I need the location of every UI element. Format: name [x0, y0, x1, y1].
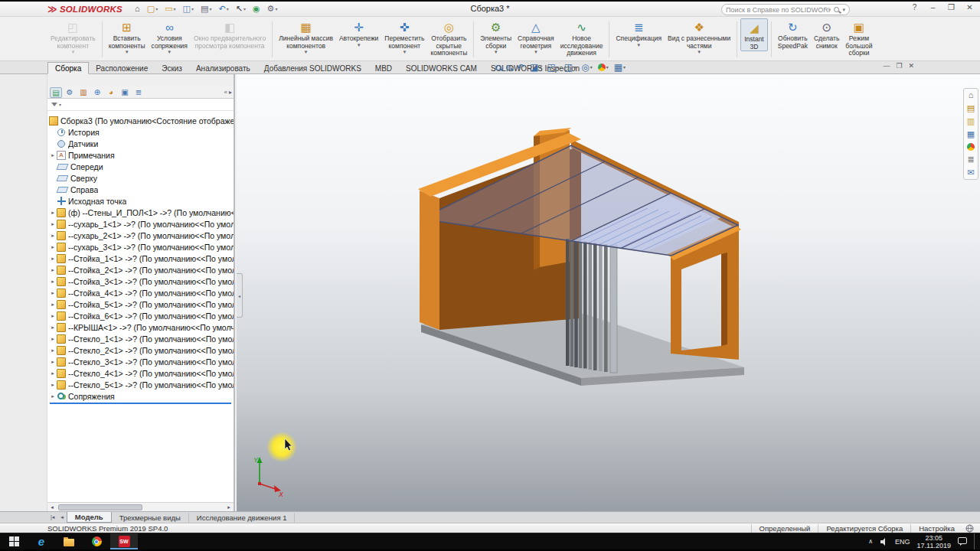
close-button[interactable]: ✕	[964, 3, 975, 11]
design-library-icon[interactable]: ▤	[967, 104, 975, 112]
options-button[interactable]: ⚙▾	[266, 4, 279, 14]
tab-scroll-left-icon[interactable]: ◂	[57, 514, 67, 520]
featuremanager-tab[interactable]: ▤	[50, 87, 62, 98]
view-orientation-button[interactable]: ◰▾	[545, 63, 560, 72]
panel-collapse-tab[interactable]	[237, 273, 243, 318]
tree-item[interactable]: ▸Сопряжения	[47, 390, 234, 402]
home-button[interactable]: ⌂	[133, 4, 142, 14]
expand-arrow-icon[interactable]: ▸	[49, 382, 57, 388]
doc-restore-button[interactable]: ❐	[896, 62, 902, 70]
tab-сборка[interactable]: Сборка	[47, 62, 89, 74]
model-tab[interactable]: Модель	[67, 512, 112, 523]
tree-item[interactable]: ▸--Стойка_3<1> ->? (По умолчанию<<По умо…	[47, 276, 234, 287]
tree-item[interactable]: ▸--Стойка_6<1> ->? (По умолчанию<<По умо…	[47, 310, 234, 321]
file-explorer-taskbar-button[interactable]	[55, 533, 83, 549]
expand-arrow-icon[interactable]: ▸	[49, 210, 57, 216]
tree-item[interactable]: ▸--Стекло_5<1> ->? (По умолчанию<<По умо…	[47, 379, 234, 390]
start-taskbar-button[interactable]	[0, 533, 28, 549]
tree-item[interactable]: ▸--Стекло_1<1> ->? (По умолчанию<<По умо…	[47, 333, 234, 344]
tree-item[interactable]: ▸--Стекло_4<1> ->? (По умолчанию<<По умо…	[47, 367, 234, 379]
tree-item[interactable]: ▸--КРЫША<1> ->? (По умолчанию<<По умолча…	[47, 321, 234, 333]
tabs-overflow-icon[interactable]	[224, 89, 227, 96]
hide-show-items-button[interactable]: ◎▾	[580, 63, 594, 72]
help-button[interactable]: ?	[909, 3, 920, 11]
help-search-input[interactable]: Поиск в Справке по SOLIDWORKS ▾	[721, 4, 850, 15]
tree-item[interactable]: Сверху	[47, 172, 234, 184]
tree-item[interactable]: ▸--Стойка_5<1> ->? (По умолчанию<<По умо…	[47, 298, 234, 310]
display-style-button[interactable]: ◫▾	[563, 63, 577, 72]
cam-feature-tree-tab[interactable]: ▣	[119, 87, 131, 98]
section-view-button[interactable]: ◪▾	[528, 63, 543, 72]
take-snapshot-button[interactable]: ⊙Сделать снимок	[811, 18, 842, 50]
graphics-viewport[interactable]: Y X ⌂▤▥▦≣✉	[237, 74, 980, 511]
tab-добавления-solidworks[interactable]: Добавления SOLIDWORKS	[257, 63, 368, 73]
edit-component-button[interactable]: ◰Редактировать компонент▼	[47, 18, 99, 55]
expand-arrow-icon[interactable]: ▸	[49, 313, 57, 319]
tab-solidworks-cam[interactable]: SOLIDWORKS CAM	[399, 63, 484, 73]
expand-arrow-icon[interactable]: ▸	[49, 152, 57, 158]
scroll-right-icon[interactable]: ▸	[224, 504, 234, 510]
component-preview-window-button[interactable]: ◧Окно предварительного просмотра компоне…	[191, 18, 269, 50]
tree-item[interactable]: ▸--сухарь_1<1> ->? (По умолчанию<<По умо…	[47, 218, 234, 230]
scrollbar-thumb[interactable]	[58, 504, 142, 510]
tree-item[interactable]: ▸--сухарь_3<1> ->? (По умолчанию<<По умо…	[47, 241, 234, 253]
tree-item[interactable]: Датчики	[47, 138, 234, 149]
print-button[interactable]: ▤▾	[199, 4, 213, 14]
expand-arrow-icon[interactable]: ▸	[49, 221, 57, 227]
tab-расположение[interactable]: Расположение	[89, 63, 155, 73]
tree-item[interactable]: ▸--Стекло_2<1> ->? (По умолчанию<<По умо…	[47, 344, 234, 356]
doc-minimize-button[interactable]: —	[883, 62, 890, 70]
dimxpertmanager-tab[interactable]: ⊕	[91, 87, 103, 98]
expand-arrow-icon[interactable]: ▸	[49, 370, 57, 377]
appearances-icon[interactable]	[967, 143, 975, 151]
taskbar-clock[interactable]: 23:05 17.11.2019	[917, 534, 951, 549]
assembly-features-button[interactable]: ⚙Элементы сборки▼	[477, 18, 514, 55]
large-assembly-mode-button[interactable]: ▣Режим большой сборки	[842, 18, 875, 57]
bill-of-materials-button[interactable]: ≣Спецификация▼	[612, 18, 665, 47]
speaker-icon[interactable]	[880, 538, 888, 546]
task-pane-home-icon[interactable]: ⌂	[969, 91, 974, 99]
tree-item[interactable]: ▸--сухарь_2<1> ->? (По умолчанию<<По умо…	[47, 230, 234, 241]
instant-3d-button[interactable]: ◢Instant 3D	[740, 18, 768, 51]
linear-component-pattern-button[interactable]: ▦Линейный массив компонентов▼	[276, 18, 336, 55]
expand-arrow-icon[interactable]: ▸	[49, 290, 57, 296]
3d-model[interactable]: Y X	[237, 74, 980, 511]
select-button[interactable]: ↖▾	[234, 4, 247, 14]
tree-item[interactable]: История	[47, 126, 234, 138]
chrome-taskbar-button[interactable]	[83, 533, 110, 549]
view-palette-icon[interactable]: ▦	[967, 130, 975, 139]
expand-arrow-icon[interactable]: ▸	[49, 244, 57, 250]
expand-arrow-icon[interactable]: ▸	[49, 347, 57, 354]
expand-arrow-icon[interactable]: ▸	[49, 359, 57, 365]
displaymanager-tab[interactable]: ◕	[105, 87, 117, 98]
expand-arrow-icon[interactable]: ▸	[49, 233, 57, 239]
edit-appearance-button[interactable]: ▾	[596, 64, 610, 71]
notification-center-icon[interactable]	[958, 537, 967, 546]
expand-arrow-icon[interactable]: ▸	[49, 336, 57, 342]
doc-close-button[interactable]: ✕	[908, 62, 914, 70]
web-help-globe-icon[interactable]	[965, 524, 974, 533]
custom-properties-icon[interactable]: ≣	[967, 155, 974, 164]
tree-item[interactable]: ▸Примечания	[47, 149, 234, 161]
tree-item[interactable]: ▸--Стойка_2<1> ->? (По умолчанию<<По умо…	[47, 264, 234, 276]
tree-filter-row[interactable]: ▾	[47, 99, 234, 111]
smart-fasteners-button[interactable]: ✛Автокрепежи▼	[336, 18, 381, 47]
language-indicator[interactable]: ENG	[895, 538, 910, 546]
show-hidden-components-button[interactable]: ◎Отобразить скрытые компоненты	[427, 18, 470, 57]
tab-scroll-start-icon[interactable]: |◂	[47, 514, 57, 520]
update-speedpak-button[interactable]: ↻Обновить SpeedPak	[775, 18, 811, 50]
exploded-view-button[interactable]: ❖Вид с разнесенными частями▼	[665, 18, 733, 55]
edge-taskbar-button[interactable]: e	[28, 533, 55, 549]
tree-item[interactable]: ▸--Стойка_1<1> ->? (По умолчанию<<По умо…	[47, 253, 234, 264]
tree-item[interactable]: Сборка3 (По умолчанию<Состояние отображе…	[47, 115, 234, 126]
zoom-to-area-button[interactable]	[505, 65, 513, 70]
insert-components-button[interactable]: ⊞Вставить компоненты▼	[106, 18, 149, 55]
minimize-button[interactable]: –	[927, 3, 939, 11]
expand-arrow-icon[interactable]: ▸	[49, 302, 57, 308]
file-explorer-icon[interactable]: ▥	[967, 117, 975, 126]
model-tab[interactable]: Исследование движения 1	[189, 513, 296, 523]
tree-item[interactable]: Исходная точка	[47, 195, 234, 207]
new-motion-study-button[interactable]: ∿Новое исследование движения	[557, 18, 606, 57]
view-settings-button[interactable]: ▦▾	[612, 63, 627, 72]
tree-item[interactable]: ▸--Стекло_3<1> ->? (По умолчанию<<По умо…	[47, 356, 234, 367]
